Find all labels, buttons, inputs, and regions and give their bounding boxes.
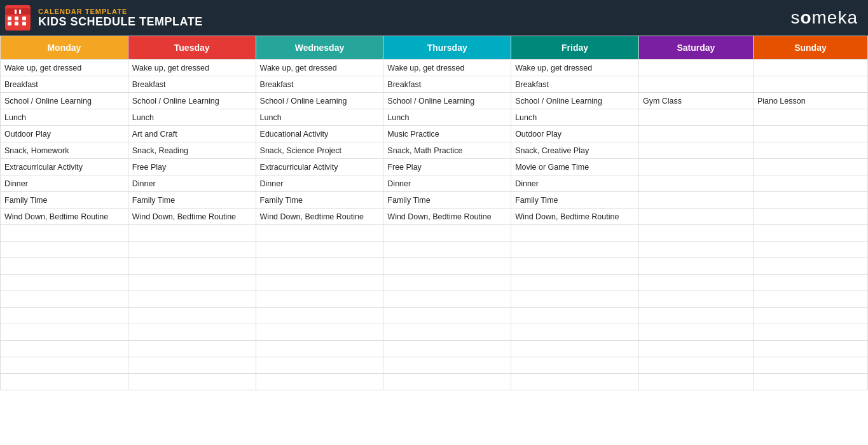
table-cell <box>383 341 511 357</box>
table-cell: Music Practice <box>383 126 511 142</box>
table-cell <box>256 357 383 374</box>
col-header-sunday: Sunday <box>753 36 867 60</box>
table-cell: Wake up, get dressed <box>511 60 639 76</box>
table-cell <box>383 225 511 242</box>
table-cell: Wake up, get dressed <box>1 60 128 76</box>
table-cell <box>753 275 867 291</box>
table-cell <box>753 159 867 175</box>
table-cell <box>256 258 383 275</box>
table-cell <box>256 308 383 324</box>
table-cell <box>753 192 867 209</box>
table-cell: Dinner <box>383 175 511 192</box>
table-cell <box>753 60 867 76</box>
table-row: BreakfastBreakfastBreakfastBreakfastBrea… <box>1 76 868 93</box>
table-cell <box>1 308 128 324</box>
table-cell: Family Time <box>1 192 128 209</box>
col-header-friday: Friday <box>511 36 639 60</box>
table-row: Extracurricular ActivityFree PlayExtracu… <box>1 159 868 175</box>
table-cell <box>753 126 867 142</box>
header-left: CALENDAR TEMPLATE KIDS SCHEDULE TEMPLATE <box>5 5 203 31</box>
table-cell <box>638 374 753 390</box>
table-cell: Dinner <box>128 175 256 192</box>
col-header-monday: Monday <box>1 36 128 60</box>
table-row <box>1 324 868 341</box>
table-row: LunchLunchLunchLunchLunch <box>1 109 868 126</box>
table-cell: Snack, Creative Play <box>511 142 639 159</box>
table-cell <box>511 341 639 357</box>
table-cell <box>638 209 753 225</box>
table-cell <box>638 225 753 242</box>
table-cell: Gym Class <box>638 93 753 109</box>
table-cell: Breakfast <box>511 76 639 93</box>
table-row <box>1 291 868 308</box>
table-cell: School / Online Learning <box>128 93 256 109</box>
table-row <box>1 242 868 258</box>
table-cell <box>638 291 753 308</box>
table-cell <box>638 341 753 357</box>
table-cell <box>511 242 639 258</box>
table-row <box>1 357 868 374</box>
table-cell <box>638 242 753 258</box>
table-cell <box>383 275 511 291</box>
table-cell <box>256 324 383 341</box>
table-cell: Wake up, get dressed <box>128 60 256 76</box>
table-cell <box>1 258 128 275</box>
table-cell: Snack, Science Project <box>256 142 383 159</box>
table-cell <box>753 308 867 324</box>
calendar-icon <box>5 5 31 31</box>
table-cell <box>383 258 511 275</box>
table-cell <box>753 209 867 225</box>
table-cell: Extracurricular Activity <box>256 159 383 175</box>
table-cell: Wind Down, Bedtime Routine <box>511 209 639 225</box>
table-cell: Outdoor Play <box>1 126 128 142</box>
table-cell: Dinner <box>1 175 128 192</box>
table-cell: Snack, Reading <box>128 142 256 159</box>
table-cell <box>753 341 867 357</box>
table-cell <box>638 308 753 324</box>
table-cell <box>1 341 128 357</box>
table-cell <box>128 291 256 308</box>
table-cell <box>753 258 867 275</box>
table-cell <box>638 60 753 76</box>
table-row <box>1 308 868 324</box>
table-cell: School / Online Learning <box>383 93 511 109</box>
table-body: Wake up, get dressedWake up, get dressed… <box>1 60 868 390</box>
table-cell: School / Online Learning <box>256 93 383 109</box>
col-header-thursday: Thursday <box>383 36 511 60</box>
table-row <box>1 374 868 390</box>
table-row: Wake up, get dressedWake up, get dressed… <box>1 60 868 76</box>
table-cell: Wake up, get dressed <box>383 60 511 76</box>
table-cell <box>511 374 639 390</box>
table-row <box>1 258 868 275</box>
table-cell: Extracurricular Activity <box>1 159 128 175</box>
table-cell <box>511 308 639 324</box>
table-cell: Art and Craft <box>128 126 256 142</box>
table-cell <box>256 275 383 291</box>
table-cell <box>511 357 639 374</box>
table-cell: School / Online Learning <box>511 93 639 109</box>
table-cell <box>753 242 867 258</box>
table-cell <box>638 126 753 142</box>
table-cell: Breakfast <box>128 76 256 93</box>
table-cell <box>511 291 639 308</box>
table-row: Snack, HomeworkSnack, ReadingSnack, Scie… <box>1 142 868 159</box>
table-cell <box>511 275 639 291</box>
table-cell <box>753 291 867 308</box>
table-cell <box>753 357 867 374</box>
table-cell <box>1 291 128 308</box>
table-cell <box>1 275 128 291</box>
table-cell: Dinner <box>511 175 639 192</box>
table-cell <box>256 225 383 242</box>
brand-logo: someka <box>790 8 858 28</box>
table-cell: Educational Activity <box>256 126 383 142</box>
table-cell: Family Time <box>256 192 383 209</box>
table-cell: Lunch <box>1 109 128 126</box>
table-cell: Snack, Math Practice <box>383 142 511 159</box>
table-cell: Piano Lesson <box>753 93 867 109</box>
table-cell: Free Play <box>128 159 256 175</box>
table-cell <box>753 142 867 159</box>
col-header-tuesday: Tuesday <box>128 36 256 60</box>
table-cell <box>1 225 128 242</box>
table-cell <box>638 76 753 93</box>
table-cell: Movie or Game Time <box>511 159 639 175</box>
